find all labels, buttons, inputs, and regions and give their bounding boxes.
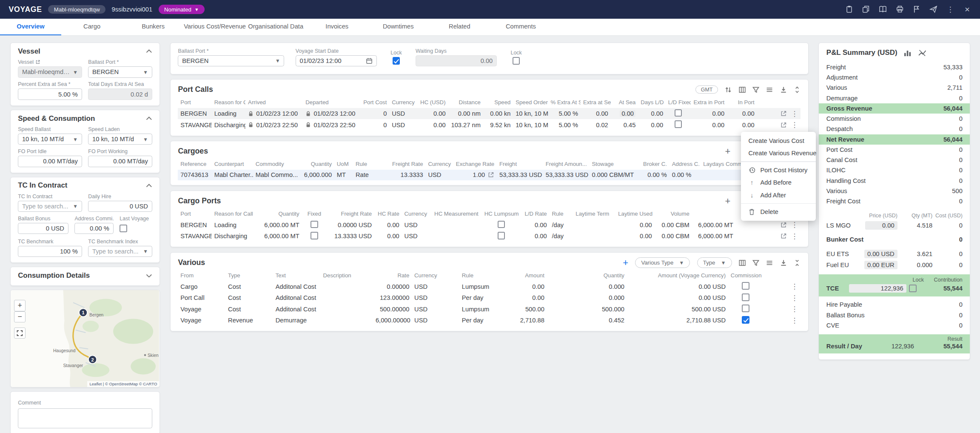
tab-downtimes[interactable]: Downtimes [368, 19, 429, 35]
map-fullscreen-button[interactable] [14, 328, 25, 339]
menu-item-add-before[interactable]: ↑ Add Before [741, 176, 816, 188]
kebab-icon[interactable]: ⋮ [946, 5, 955, 14]
cargo-row[interactable]: 70743613 Mabl Charter... Mabl Commo... 6… [178, 170, 801, 180]
percent-extra-input[interactable]: 5.00 % [18, 88, 82, 100]
download-icon[interactable] [780, 259, 787, 266]
map-marker-2[interactable]: 2 [91, 357, 94, 362]
tce-input[interactable]: 122,936 [849, 284, 906, 293]
ballast-bonus-input[interactable]: 0 USD [18, 223, 68, 234]
menu-item-create-various-revenue[interactable]: Create Various Revenue [741, 147, 816, 159]
menu-item-create-various-cost[interactable]: Create Various Cost [741, 134, 816, 147]
clipboard-icon[interactable] [845, 5, 854, 14]
map-marker-1[interactable]: 1 [82, 310, 84, 315]
columns-icon[interactable] [739, 259, 746, 266]
open-icon[interactable] [35, 60, 40, 65]
bar-chart-icon[interactable] [903, 49, 912, 57]
send-icon[interactable] [929, 5, 938, 14]
ballast-port-select[interactable]: BERGEN▼ [178, 55, 284, 66]
expand-icon[interactable] [794, 86, 801, 93]
various-row[interactable]: Voyage Revenue Demurrage 6,000.00000 USD… [178, 315, 801, 326]
vessel-select[interactable]: Mabl-mloeqmdtqw▼ [18, 66, 82, 77]
flag-icon[interactable] [912, 5, 921, 14]
vessel-section-header[interactable]: Vessel [18, 47, 152, 55]
menu-item-delete[interactable]: Delete [741, 206, 816, 218]
waiting-days-lock-checkbox[interactable] [513, 57, 520, 65]
row-menu-icon[interactable]: ⋮ [791, 121, 798, 129]
commission-checkbox[interactable] [742, 293, 749, 301]
row-menu-icon[interactable]: ⋮ [791, 221, 798, 229]
fo-port-idle-input[interactable]: 0.00 MT/day [18, 156, 82, 167]
map-zoom-out-button[interactable]: − [14, 311, 25, 322]
eu-ets-price-input[interactable]: 0.00 USD [864, 250, 897, 258]
tab-various-cost-revenue[interactable]: Various Cost/Revenue [184, 19, 245, 35]
hc-lumpsum-checkbox[interactable] [498, 232, 505, 239]
tab-overview[interactable]: Overview [0, 19, 61, 35]
tab-bunkers[interactable]: Bunkers [122, 19, 184, 35]
tc-benchmark-input[interactable]: 100 % [18, 246, 82, 257]
density-icon[interactable] [766, 259, 773, 266]
speed-ballast-select[interactable]: 10 kn, 10 MT/d▼ [18, 134, 82, 145]
row-menu-icon[interactable]: ⋮ [791, 232, 798, 240]
voyage-start-lock-checkbox[interactable] [393, 57, 400, 65]
tab-invoices[interactable]: Invoices [306, 19, 368, 35]
tce-lock-checkbox[interactable] [909, 285, 917, 292]
timezone-chip[interactable]: GMT [695, 85, 718, 94]
type-filter[interactable]: Type▼ [697, 257, 732, 268]
status-badge[interactable]: Nominated▼ [159, 5, 205, 14]
row-menu-icon[interactable]: ⋮ [791, 316, 798, 325]
tc-in-contract-search[interactable]: Type to search...▼ [18, 201, 82, 212]
open-icon[interactable] [780, 122, 787, 128]
row-menu-icon[interactable]: ⋮ [791, 294, 798, 302]
cargo-port-row[interactable]: BERGEN Loading 6,000.00 MT 0.0000 USD 0.… [178, 219, 801, 231]
comment-input[interactable] [18, 408, 152, 428]
copy-icon[interactable] [862, 5, 871, 14]
port-call-row[interactable]: STAVANGER Discharging 01/02/23 22:50 01/… [178, 119, 801, 131]
add-cargo-port-button[interactable]: + [725, 197, 731, 205]
menu-item-port-cost-history[interactable]: Port Cost History [741, 164, 816, 176]
cell-at-sea[interactable]: 0.00 [611, 108, 638, 120]
ballast-port-select[interactable]: BERGEN▼ [88, 66, 152, 77]
open-icon[interactable] [780, 222, 787, 228]
commission-checkbox[interactable] [742, 305, 749, 312]
line-chart-icon[interactable] [918, 49, 927, 57]
commission-checkbox[interactable] [742, 316, 749, 324]
ld-fixed-checkbox[interactable] [675, 109, 682, 117]
various-row[interactable]: Cargo Cost Additonal Cost 0.00000 USD Lu… [178, 281, 801, 293]
vessel-chip[interactable]: Mabl-mloeqmdtqw [48, 5, 105, 14]
address-commission-input[interactable]: 0.00 % [74, 223, 113, 234]
sort-icon[interactable] [725, 86, 732, 93]
speed-section-header[interactable]: Speed & Consumption [18, 114, 152, 122]
various-row[interactable]: Port Call Cost Additonal Cost 123.00000 … [178, 292, 801, 304]
speed-laden-select[interactable]: 10 kn, 10 MT/d▼ [88, 134, 152, 145]
consumption-details-header[interactable]: Consumption Details [18, 271, 152, 279]
columns-icon[interactable] [739, 86, 746, 93]
density-icon[interactable] [766, 86, 773, 93]
cargo-port-row[interactable]: STAVANGER Discharging 6,000.00 MT 13.333… [178, 231, 801, 242]
daily-hire-input[interactable]: 0 USD [88, 201, 152, 212]
add-various-button[interactable]: + [623, 259, 628, 267]
port-call-row[interactable]: BERGEN Loading 01/02/23 12:00 01/02/23 1… [178, 108, 801, 120]
various-type-filter[interactable]: Various Type▼ [635, 257, 690, 268]
fuel-eu-price-input[interactable]: 0.00 EUR [864, 261, 897, 269]
fixed-checkbox[interactable] [311, 221, 318, 228]
fixed-checkbox[interactable] [311, 232, 318, 239]
fo-port-working-input[interactable]: 0.00 MT/day [88, 156, 152, 167]
tab-related[interactable]: Related [429, 19, 490, 35]
collapse-icon[interactable] [794, 259, 801, 266]
hc-lumpsum-checkbox[interactable] [498, 221, 505, 228]
tc-section-header[interactable]: TC In Contract [18, 182, 152, 190]
close-icon[interactable]: × [963, 5, 972, 14]
ls-mgo-price-input[interactable]: 0.00 [865, 221, 897, 230]
row-menu-icon[interactable]: ⋮ [791, 110, 798, 118]
tab-organisational-data[interactable]: Organisational Data [245, 19, 306, 35]
filter-icon[interactable] [752, 259, 759, 266]
row-menu-icon[interactable]: ⋮ [791, 282, 798, 291]
route-map[interactable]: 1 2 Bergen Haugesund Stavanger Skien + −… [10, 290, 160, 388]
book-icon[interactable] [878, 5, 887, 14]
menu-item-add-after[interactable]: ↓ Add After [741, 189, 816, 201]
tc-benchmark-index-search[interactable]: Type to search...▼ [88, 246, 152, 257]
filter-icon[interactable] [752, 86, 759, 93]
ld-fixed-checkbox[interactable] [675, 120, 682, 128]
last-voyage-checkbox[interactable] [120, 225, 127, 232]
tab-cargo[interactable]: Cargo [61, 19, 122, 35]
